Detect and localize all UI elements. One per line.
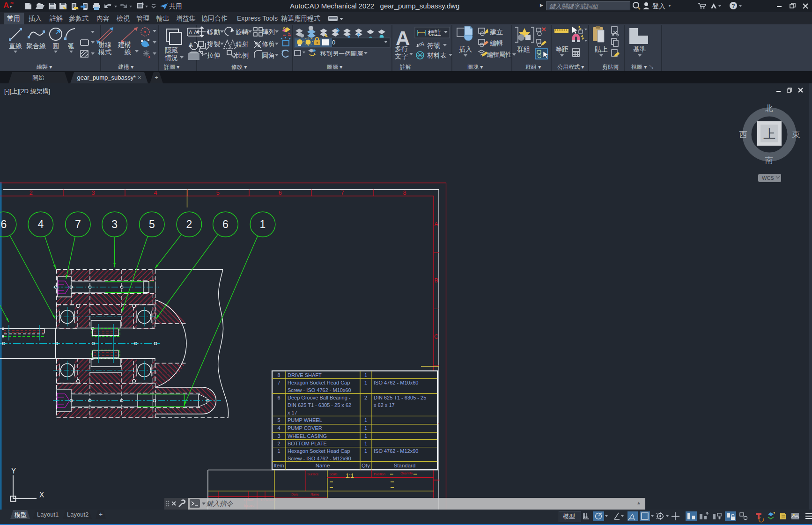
svg-text:5: 5 <box>277 417 280 423</box>
svg-text:PUMP COVER: PUMP COVER <box>288 425 322 431</box>
svg-text:圓: 圓 <box>52 42 59 50</box>
svg-text:6: 6 <box>278 189 281 196</box>
svg-text:4: 4 <box>277 425 280 431</box>
svg-text:5: 5 <box>149 218 155 230</box>
svg-text:文字: 文字 <box>395 52 408 60</box>
svg-text:2: 2 <box>364 395 367 400</box>
svg-text:標註: 標註 <box>428 29 441 37</box>
svg-text:Y: Y <box>11 467 16 475</box>
svg-text:A: A <box>421 41 424 47</box>
svg-text:Name: Name <box>310 493 319 496</box>
svg-text:建立: 建立 <box>489 28 503 36</box>
svg-text:編輯: 編輯 <box>490 39 503 47</box>
svg-text:插入: 插入 <box>458 45 472 53</box>
svg-text:Item: Item <box>273 463 284 468</box>
svg-text:Hexagon Socket Head Cap: Hexagon Socket Head Cap <box>288 380 350 385</box>
svg-text:材料表: 材料表 <box>427 52 447 59</box>
svg-text:西: 西 <box>739 130 747 139</box>
svg-text:PUMP WHEEL: PUMP WHEEL <box>288 417 322 423</box>
svg-text:8: 8 <box>403 189 406 196</box>
svg-text:Position: Position <box>374 473 385 476</box>
svg-text:北: 北 <box>765 104 773 113</box>
svg-text:1: 1 <box>260 218 266 230</box>
svg-text:A: A <box>189 41 193 48</box>
svg-text:7: 7 <box>340 189 344 196</box>
svg-text:3: 3 <box>277 433 280 439</box>
svg-text:2: 2 <box>29 189 32 196</box>
svg-text:5: 5 <box>216 189 219 196</box>
svg-text:Scale: Scale <box>329 473 338 476</box>
svg-text:DIN 625 T1 - 6305 - 25 x 62: DIN 625 T1 - 6305 - 25 x 62 <box>288 402 351 408</box>
svg-text:Screw - ISO 4762 - M10x60: Screw - ISO 4762 - M10x60 <box>288 387 351 393</box>
svg-text:?: ? <box>731 3 735 9</box>
svg-text:東: 東 <box>792 130 800 139</box>
svg-text:修剪: 修剪 <box>261 40 275 48</box>
svg-text:直線: 直線 <box>9 42 22 50</box>
svg-text:複製: 複製 <box>207 40 220 48</box>
svg-text:BOTTOM PLATE: BOTTOM PLATE <box>288 441 327 446</box>
svg-text:6: 6 <box>1 218 7 230</box>
svg-text:7: 7 <box>75 218 81 230</box>
svg-text:6: 6 <box>222 218 229 230</box>
svg-text:射線: 射線 <box>98 41 111 48</box>
svg-text:ISO 4762 - M12x90: ISO 4762 - M12x90 <box>374 448 418 454</box>
svg-text:X: X <box>39 491 44 499</box>
svg-text:符號: 符號 <box>427 42 440 49</box>
svg-text:移到另一個圖層: 移到另一個圖層 <box>320 50 363 57</box>
svg-text:6: 6 <box>277 395 280 400</box>
svg-text:移動: 移動 <box>207 28 220 36</box>
svg-text:1: 1 <box>364 448 367 454</box>
svg-text:陣列: 陣列 <box>262 28 275 36</box>
svg-text:情況: 情況 <box>164 54 178 61</box>
svg-text:上: 上 <box>763 127 775 141</box>
svg-text:Screw - ISO 4762 - M12x90: Screw - ISO 4762 - M12x90 <box>288 456 351 461</box>
svg-text:8: 8 <box>277 372 280 378</box>
svg-text:ISO 4762 - M10x60: ISO 4762 - M10x60 <box>374 380 418 385</box>
svg-text:拉伸: 拉伸 <box>207 52 220 59</box>
svg-text:1: 1 <box>364 433 367 439</box>
svg-text:1: 1 <box>364 425 367 431</box>
svg-text:聚合線: 聚合線 <box>26 42 46 50</box>
svg-text:基準: 基準 <box>633 45 646 53</box>
svg-text:4: 4 <box>154 189 157 196</box>
svg-text:2: 2 <box>277 441 280 446</box>
svg-text:1:1: 1:1 <box>346 472 354 479</box>
svg-text:編輯屬性: 編輯屬性 <box>487 51 511 58</box>
svg-text:C: C <box>434 333 438 340</box>
svg-text:Standard: Standard <box>394 463 416 468</box>
svg-text:貼上: 貼上 <box>595 45 608 53</box>
svg-text:A: A <box>434 221 438 228</box>
svg-text:建構: 建構 <box>118 41 131 48</box>
svg-text:群組: 群組 <box>517 45 530 53</box>
svg-text:1: 1 <box>364 441 367 446</box>
svg-text:鏡射: 鏡射 <box>236 40 249 48</box>
svg-text:x 17: x 17 <box>288 410 297 415</box>
svg-text:多行: 多行 <box>395 45 408 52</box>
svg-text:7: 7 <box>277 380 280 385</box>
svg-text:弧: 弧 <box>68 42 74 50</box>
svg-text:Quantity: Quantity <box>400 472 413 475</box>
svg-text:1: 1 <box>277 448 280 454</box>
svg-text:DRIVE SHAFT: DRIVE SHAFT <box>288 372 322 378</box>
svg-text:B: B <box>434 277 438 284</box>
svg-text:Date: Date <box>291 493 298 496</box>
svg-text:0: 0 <box>332 39 335 46</box>
svg-text:旋轉: 旋轉 <box>236 28 249 36</box>
svg-text:南: 南 <box>765 156 773 165</box>
svg-text:Name: Name <box>316 463 330 468</box>
svg-text:WHEEL CASING: WHEEL CASING <box>288 433 327 439</box>
svg-text:比例: 比例 <box>236 52 249 59</box>
svg-text:3: 3 <box>111 218 118 230</box>
svg-text:Hexagon Socket Head Cap: Hexagon Socket Head Cap <box>288 448 350 454</box>
svg-text:A-A: A-A <box>189 30 198 35</box>
svg-text:DIN 625 T1 - 6305 - 25: DIN 625 T1 - 6305 - 25 <box>374 395 426 400</box>
svg-text:隱藏: 隱藏 <box>165 46 178 54</box>
svg-text:3: 3 <box>91 189 95 196</box>
svg-text:Surface: Surface <box>307 473 318 476</box>
svg-text:等距: 等距 <box>555 45 568 53</box>
svg-text:x 62 x 17: x 62 x 17 <box>374 402 395 408</box>
svg-text:1: 1 <box>364 417 367 423</box>
svg-text:圓角: 圓角 <box>262 52 275 59</box>
svg-text:1: 1 <box>364 380 367 385</box>
svg-text:Deep Groove Ball Bearing -: Deep Groove Ball Bearing - <box>288 395 351 400</box>
